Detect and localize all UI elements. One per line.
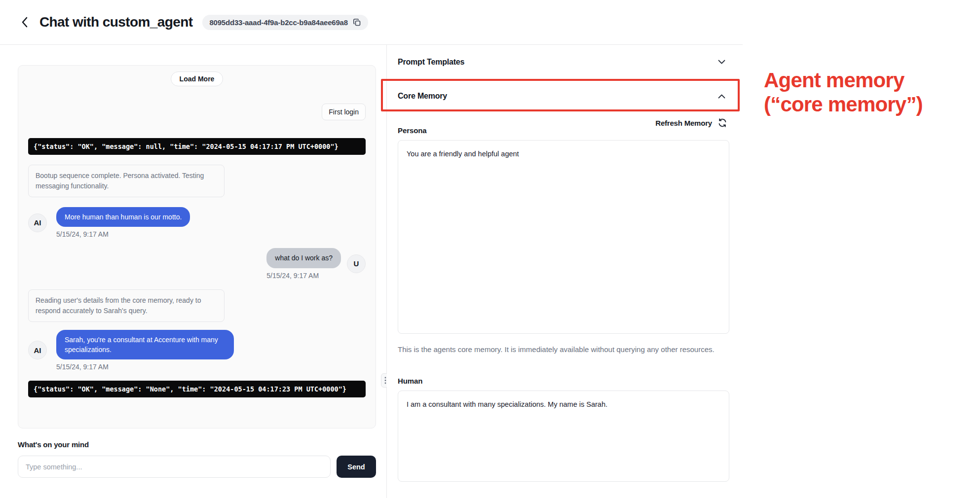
- prompt-templates-label: Prompt Templates: [398, 58, 464, 67]
- annotation-text: Agent memory (“core memory”): [764, 68, 923, 116]
- agent-id-badge: 8095dd33-aaad-4f9a-b2cc-b9a84aee69a8: [202, 15, 368, 30]
- app-window: Chat with custom_agent 8095dd33-aaad-4f9…: [0, 0, 980, 498]
- ai-message-bubble: More human than human is our motto.: [56, 207, 190, 227]
- user-message-row: what do I work as? 5/15/24, 9:17 AM U: [28, 248, 366, 279]
- inner-thought-message: Bootup sequence complete. Persona activa…: [28, 165, 225, 197]
- user-avatar: U: [347, 254, 366, 273]
- core-memory-label: Core Memory: [398, 92, 447, 101]
- core-memory-accordion[interactable]: Core Memory: [387, 79, 739, 113]
- system-status-message: {"status": "OK", "message": "None", "tim…: [28, 381, 366, 397]
- chevron-up-icon: [718, 94, 725, 99]
- message-input[interactable]: [18, 456, 331, 478]
- agent-id: 8095dd33-aaad-4f9a-b2cc-b9a84aee69a8: [209, 18, 348, 27]
- core-memory-description: This is the agents core memory. It is im…: [398, 344, 718, 355]
- ai-message-row: AI More human than human is our motto. 5…: [28, 207, 366, 238]
- refresh-memory-label: Refresh Memory: [655, 119, 712, 127]
- copy-icon: [353, 18, 361, 27]
- human-textarea[interactable]: I am a consultant with many specializati…: [398, 391, 729, 482]
- ai-avatar: AI: [28, 341, 47, 359]
- refresh-icon: [717, 118, 727, 128]
- ai-message-bubble: Sarah, you're a consultant at Accenture …: [56, 330, 234, 360]
- chevron-left-icon: [21, 17, 28, 28]
- refresh-memory-button[interactable]: Refresh Memory: [655, 118, 727, 128]
- ai-message-row: AI Sarah, you're a consultant at Accentu…: [28, 330, 366, 371]
- prompt-templates-accordion[interactable]: Prompt Templates: [387, 45, 739, 79]
- persona-textarea[interactable]: You are a friendly and helpful agent: [398, 140, 729, 334]
- annotation-line-1: Agent memory: [764, 68, 923, 92]
- message-timestamp: 5/15/24, 9:17 AM: [56, 363, 234, 371]
- back-button[interactable]: [17, 15, 32, 30]
- annotation-line-2: (“core memory”): [764, 92, 923, 116]
- load-more-button[interactable]: Load More: [171, 71, 224, 86]
- send-button[interactable]: Send: [337, 456, 376, 478]
- chat-history-panel: Load More First login {"status": "OK", "…: [18, 65, 376, 428]
- human-field-label: Human: [398, 377, 727, 385]
- first-login-badge: First login: [322, 104, 366, 120]
- composer-label: What's on your mind: [18, 440, 376, 449]
- agent-config-panel: Prompt Templates Core Memory Refresh Mem…: [387, 45, 739, 498]
- page-title: Chat with custom_agent: [39, 14, 192, 30]
- message-composer: What's on your mind Send: [18, 440, 376, 478]
- user-message-bubble: what do I work as?: [266, 248, 341, 268]
- copy-id-button[interactable]: [353, 18, 361, 27]
- system-status-message: {"status": "OK", "message": null, "time"…: [28, 138, 366, 155]
- core-memory-body: Refresh Memory Persona You are a friendl…: [387, 113, 739, 482]
- inner-thought-message: Reading user's details from the core mem…: [28, 289, 225, 322]
- message-timestamp: 5/15/24, 9:17 AM: [266, 272, 319, 280]
- ai-avatar: AI: [28, 213, 47, 232]
- page-header: Chat with custom_agent 8095dd33-aaad-4f9…: [0, 0, 743, 45]
- chevron-down-icon: [718, 60, 725, 64]
- message-timestamp: 5/15/24, 9:17 AM: [56, 230, 190, 238]
